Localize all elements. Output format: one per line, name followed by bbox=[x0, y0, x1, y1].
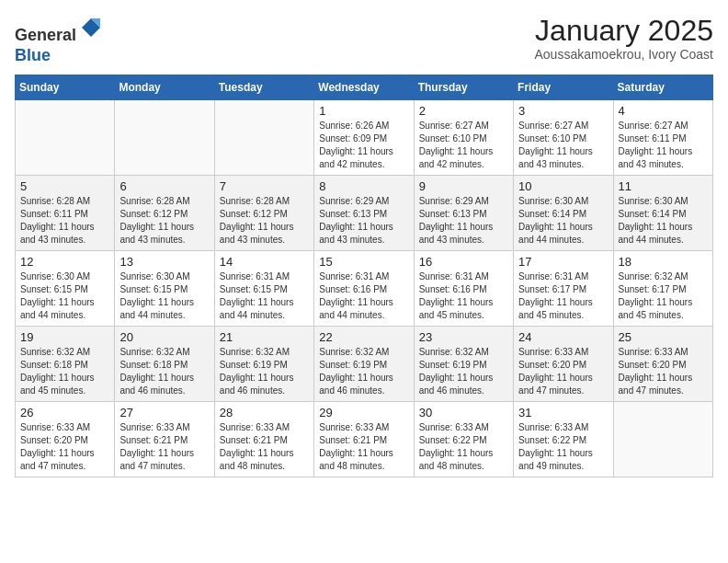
cell-content: 31Sunrise: 6:33 AMSunset: 6:22 PMDayligh… bbox=[518, 406, 608, 473]
calendar-week-4: 19Sunrise: 6:32 AMSunset: 6:18 PMDayligh… bbox=[16, 327, 713, 402]
calendar-body: 1Sunrise: 6:26 AMSunset: 6:09 PMDaylight… bbox=[16, 100, 713, 477]
logo: General Blue bbox=[15, 15, 104, 65]
cell-content: 4Sunrise: 6:27 AMSunset: 6:11 PMDaylight… bbox=[619, 104, 708, 171]
cell-content: 15Sunrise: 6:31 AMSunset: 6:16 PMDayligh… bbox=[319, 255, 408, 322]
cell-info: Sunrise: 6:32 AMSunset: 6:18 PMDaylight:… bbox=[20, 346, 109, 397]
day-number: 9 bbox=[419, 179, 508, 193]
weekday-header-wednesday: Wednesday bbox=[314, 75, 414, 100]
cell-content: 26Sunrise: 6:33 AMSunset: 6:20 PMDayligh… bbox=[20, 406, 109, 473]
calendar-cell: 27Sunrise: 6:33 AMSunset: 6:21 PMDayligh… bbox=[115, 402, 214, 477]
cell-info: Sunrise: 6:32 AMSunset: 6:19 PMDaylight:… bbox=[319, 346, 408, 397]
cell-info: Sunrise: 6:30 AMSunset: 6:15 PMDaylight:… bbox=[20, 270, 109, 322]
calendar-cell bbox=[16, 100, 115, 176]
calendar-cell: 16Sunrise: 6:31 AMSunset: 6:16 PMDayligh… bbox=[414, 251, 513, 327]
calendar-cell: 15Sunrise: 6:31 AMSunset: 6:16 PMDayligh… bbox=[314, 251, 414, 327]
calendar-cell: 14Sunrise: 6:31 AMSunset: 6:15 PMDayligh… bbox=[214, 251, 313, 327]
cell-content: 16Sunrise: 6:31 AMSunset: 6:16 PMDayligh… bbox=[419, 255, 508, 322]
calendar-cell: 12Sunrise: 6:30 AMSunset: 6:15 PMDayligh… bbox=[16, 251, 115, 327]
cell-content: 11Sunrise: 6:30 AMSunset: 6:14 PMDayligh… bbox=[619, 179, 708, 247]
title-block: January 2025 Aoussakamoekrou, Ivory Coas… bbox=[534, 15, 713, 62]
cell-info: Sunrise: 6:33 AMSunset: 6:20 PMDaylight:… bbox=[518, 346, 608, 397]
calendar-cell: 20Sunrise: 6:32 AMSunset: 6:18 PMDayligh… bbox=[115, 327, 214, 402]
day-number: 7 bbox=[220, 179, 309, 193]
cell-content: 14Sunrise: 6:31 AMSunset: 6:15 PMDayligh… bbox=[220, 255, 309, 322]
cell-info: Sunrise: 6:30 AMSunset: 6:15 PMDaylight:… bbox=[119, 270, 209, 322]
cell-content: 21Sunrise: 6:32 AMSunset: 6:19 PMDayligh… bbox=[220, 330, 309, 397]
day-number: 16 bbox=[419, 255, 508, 269]
cell-content: 8Sunrise: 6:29 AMSunset: 6:13 PMDaylight… bbox=[319, 179, 408, 247]
weekday-header-saturday: Saturday bbox=[613, 75, 712, 100]
calendar-cell: 22Sunrise: 6:32 AMSunset: 6:19 PMDayligh… bbox=[314, 327, 414, 402]
cell-content: 9Sunrise: 6:29 AMSunset: 6:13 PMDaylight… bbox=[419, 179, 508, 247]
calendar-cell: 4Sunrise: 6:27 AMSunset: 6:11 PMDaylight… bbox=[613, 100, 712, 176]
calendar-cell: 13Sunrise: 6:30 AMSunset: 6:15 PMDayligh… bbox=[115, 251, 214, 327]
cell-info: Sunrise: 6:28 AMSunset: 6:12 PMDaylight:… bbox=[119, 195, 209, 247]
day-number: 25 bbox=[619, 330, 708, 344]
calendar-cell: 25Sunrise: 6:33 AMSunset: 6:20 PMDayligh… bbox=[613, 327, 712, 402]
cell-content: 2Sunrise: 6:27 AMSunset: 6:10 PMDaylight… bbox=[419, 104, 508, 171]
cell-content: 5Sunrise: 6:28 AMSunset: 6:11 PMDaylight… bbox=[20, 179, 109, 247]
day-number: 28 bbox=[220, 406, 309, 419]
cell-info: Sunrise: 6:31 AMSunset: 6:17 PMDaylight:… bbox=[518, 270, 608, 322]
calendar-cell: 30Sunrise: 6:33 AMSunset: 6:22 PMDayligh… bbox=[414, 402, 513, 477]
calendar-week-3: 12Sunrise: 6:30 AMSunset: 6:15 PMDayligh… bbox=[16, 251, 713, 327]
cell-info: Sunrise: 6:32 AMSunset: 6:17 PMDaylight:… bbox=[619, 270, 708, 322]
cell-info: Sunrise: 6:31 AMSunset: 6:16 PMDaylight:… bbox=[419, 270, 508, 322]
day-number: 3 bbox=[518, 104, 608, 118]
calendar-cell: 11Sunrise: 6:30 AMSunset: 6:14 PMDayligh… bbox=[613, 176, 712, 251]
cell-info: Sunrise: 6:28 AMSunset: 6:12 PMDaylight:… bbox=[220, 195, 309, 247]
cell-info: Sunrise: 6:29 AMSunset: 6:13 PMDaylight:… bbox=[319, 195, 408, 247]
cell-info: Sunrise: 6:33 AMSunset: 6:21 PMDaylight:… bbox=[119, 421, 209, 473]
cell-content: 29Sunrise: 6:33 AMSunset: 6:21 PMDayligh… bbox=[319, 406, 408, 473]
calendar-cell: 18Sunrise: 6:32 AMSunset: 6:17 PMDayligh… bbox=[613, 251, 712, 327]
cell-content: 13Sunrise: 6:30 AMSunset: 6:15 PMDayligh… bbox=[119, 255, 209, 322]
cell-content: 30Sunrise: 6:33 AMSunset: 6:22 PMDayligh… bbox=[419, 406, 508, 473]
cell-info: Sunrise: 6:29 AMSunset: 6:13 PMDaylight:… bbox=[419, 195, 508, 247]
day-number: 5 bbox=[20, 179, 109, 193]
location: Aoussakamoekrou, Ivory Coast bbox=[534, 47, 713, 62]
day-number: 11 bbox=[619, 179, 708, 193]
cell-info: Sunrise: 6:33 AMSunset: 6:20 PMDaylight:… bbox=[619, 346, 708, 397]
calendar-cell: 2Sunrise: 6:27 AMSunset: 6:10 PMDaylight… bbox=[414, 100, 513, 176]
day-number: 18 bbox=[619, 255, 708, 269]
logo-icon bbox=[78, 15, 104, 40]
calendar-cell: 7Sunrise: 6:28 AMSunset: 6:12 PMDaylight… bbox=[214, 176, 313, 251]
weekday-header-tuesday: Tuesday bbox=[214, 75, 313, 100]
calendar-cell bbox=[115, 100, 214, 176]
day-number: 4 bbox=[619, 104, 708, 118]
cell-content: 6Sunrise: 6:28 AMSunset: 6:12 PMDaylight… bbox=[119, 179, 209, 247]
logo-blue: Blue bbox=[15, 46, 51, 64]
calendar-cell: 24Sunrise: 6:33 AMSunset: 6:20 PMDayligh… bbox=[514, 327, 613, 402]
cell-info: Sunrise: 6:32 AMSunset: 6:18 PMDaylight:… bbox=[119, 346, 209, 397]
cell-info: Sunrise: 6:28 AMSunset: 6:11 PMDaylight:… bbox=[20, 195, 109, 247]
cell-info: Sunrise: 6:26 AMSunset: 6:09 PMDaylight:… bbox=[319, 120, 408, 171]
cell-content: 19Sunrise: 6:32 AMSunset: 6:18 PMDayligh… bbox=[20, 330, 109, 397]
cell-info: Sunrise: 6:30 AMSunset: 6:14 PMDaylight:… bbox=[518, 195, 608, 247]
calendar-cell: 31Sunrise: 6:33 AMSunset: 6:22 PMDayligh… bbox=[514, 402, 613, 477]
calendar-week-2: 5Sunrise: 6:28 AMSunset: 6:11 PMDaylight… bbox=[16, 176, 713, 251]
calendar-cell: 19Sunrise: 6:32 AMSunset: 6:18 PMDayligh… bbox=[16, 327, 115, 402]
day-number: 29 bbox=[319, 406, 408, 419]
cell-content: 17Sunrise: 6:31 AMSunset: 6:17 PMDayligh… bbox=[518, 255, 608, 322]
cell-info: Sunrise: 6:33 AMSunset: 6:20 PMDaylight:… bbox=[20, 421, 109, 473]
weekday-header-monday: Monday bbox=[115, 75, 214, 100]
cell-content: 23Sunrise: 6:32 AMSunset: 6:19 PMDayligh… bbox=[419, 330, 508, 397]
cell-info: Sunrise: 6:32 AMSunset: 6:19 PMDaylight:… bbox=[220, 346, 309, 397]
day-number: 26 bbox=[20, 406, 109, 419]
day-number: 22 bbox=[319, 330, 408, 344]
calendar-cell: 6Sunrise: 6:28 AMSunset: 6:12 PMDaylight… bbox=[115, 176, 214, 251]
day-number: 21 bbox=[220, 330, 309, 344]
cell-content: 25Sunrise: 6:33 AMSunset: 6:20 PMDayligh… bbox=[619, 330, 708, 397]
day-number: 13 bbox=[119, 255, 209, 269]
day-number: 17 bbox=[518, 255, 608, 269]
cell-content: 7Sunrise: 6:28 AMSunset: 6:12 PMDaylight… bbox=[220, 179, 309, 247]
cell-info: Sunrise: 6:31 AMSunset: 6:16 PMDaylight:… bbox=[319, 270, 408, 322]
day-number: 24 bbox=[518, 330, 608, 344]
cell-content: 28Sunrise: 6:33 AMSunset: 6:21 PMDayligh… bbox=[220, 406, 309, 473]
cell-info: Sunrise: 6:27 AMSunset: 6:10 PMDaylight:… bbox=[419, 120, 508, 171]
calendar-cell: 23Sunrise: 6:32 AMSunset: 6:19 PMDayligh… bbox=[414, 327, 513, 402]
day-number: 23 bbox=[419, 330, 508, 344]
cell-content: 3Sunrise: 6:27 AMSunset: 6:10 PMDaylight… bbox=[518, 104, 608, 171]
calendar-cell: 8Sunrise: 6:29 AMSunset: 6:13 PMDaylight… bbox=[314, 176, 414, 251]
weekday-header-thursday: Thursday bbox=[414, 75, 513, 100]
